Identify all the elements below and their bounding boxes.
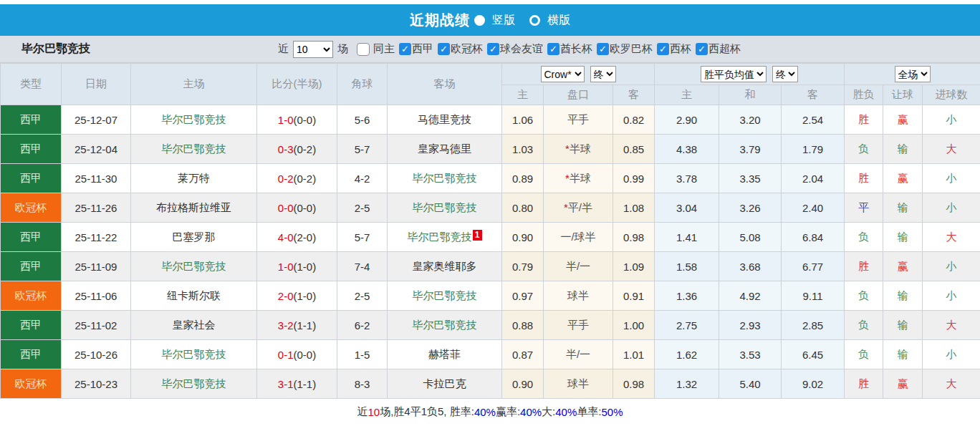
match-result: 胜 — [845, 105, 883, 135]
league-filter[interactable]: ✓西甲 — [395, 42, 433, 56]
ah-home-odds: 0.80 — [502, 193, 544, 223]
ah-away-odds: 1.09 — [613, 252, 655, 281]
away-team-name: 毕尔巴鄂竞技 — [413, 201, 477, 213]
header-corner: 角球 — [337, 64, 388, 105]
results-tbody: 西甲25-12-07毕尔巴鄂竞技1-0(0-0)5-6马德里竞技1.06平手0.… — [1, 105, 980, 399]
checkbox-checked-icon[interactable]: ✓ — [547, 43, 559, 55]
asian-source-select[interactable]: Crow* — [541, 66, 585, 82]
footer-stat-segment: 50% — [601, 406, 623, 418]
asian-time-select[interactable]: 终 — [590, 66, 616, 82]
ah-home-odds: 1.03 — [502, 135, 544, 164]
subheader-ah-home: 主 — [502, 85, 544, 105]
handicap-text: 球半 — [567, 377, 589, 389]
footer-stat-segment: 近 — [357, 405, 368, 419]
handicap-cell: 平手 — [544, 105, 613, 135]
table-row: 西甲25-11-22巴塞罗那4-0(2-0)5-7毕尔巴鄂竞技10.90一/球半… — [1, 223, 980, 252]
fulltime-score: 0-2 — [278, 173, 294, 185]
league-filter[interactable]: ✓球会友谊 — [483, 42, 543, 56]
away-team-cell: 皇家马德里 — [388, 135, 502, 164]
footer-stat-segment: 单率: — [577, 405, 601, 419]
eu-draw-odds: 3.79 — [719, 135, 782, 164]
checkbox-checked-icon[interactable]: ✓ — [399, 43, 411, 55]
horizontal-layout-label[interactable]: 横版 — [547, 13, 570, 28]
subheader-handicap: 盘口 — [544, 85, 613, 105]
checkbox-checked-icon[interactable]: ✓ — [438, 43, 450, 55]
away-team-name: 毕尔巴鄂竞技 — [408, 231, 472, 243]
euro-time-select[interactable]: 终 — [772, 66, 798, 82]
goals-result: 小 — [923, 105, 980, 135]
horizontal-layout-radio[interactable] — [529, 15, 540, 26]
match-date: 25-11-22 — [62, 223, 131, 252]
checkbox-checked-icon[interactable]: ✓ — [487, 43, 499, 55]
handicap-cell: 半/一 — [544, 252, 613, 281]
league-filter[interactable]: ✓西超杯 — [691, 42, 741, 56]
same-home-label[interactable]: 同主 — [373, 42, 395, 56]
away-team-cell: 毕尔巴鄂竞技 — [388, 311, 502, 340]
corner-count: 1-5 — [337, 340, 388, 369]
subheader-handicap-result: 让球 — [883, 85, 923, 105]
league-badge: 欧冠杯 — [1, 193, 62, 223]
eu-home-odds: 3.04 — [655, 193, 719, 223]
checkbox-checked-icon[interactable]: ✓ — [657, 43, 669, 55]
corner-count: 2-5 — [337, 193, 388, 223]
eu-away-odds: 9.02 — [782, 369, 845, 399]
eu-home-odds: 1.41 — [655, 223, 719, 252]
ah-away-odds: 0.98 — [613, 223, 655, 252]
away-team-name: 皇家奥维耶多 — [413, 260, 477, 272]
fulltime-score: 0-3 — [278, 143, 294, 155]
euro-source-select[interactable]: 胜平负均值 — [701, 66, 767, 82]
fulltime-score: 1-0 — [278, 114, 294, 126]
score-cell: 3-1(1-1) — [257, 369, 337, 399]
halftime-score: (1-0) — [294, 261, 317, 273]
subheader-eu-home: 主 — [655, 85, 719, 105]
result-scope-header: 全场 — [845, 64, 980, 85]
eu-home-odds: 1.32 — [655, 369, 719, 399]
score-cell: 0-1(0-0) — [257, 340, 337, 369]
checkbox-checked-icon[interactable]: ✓ — [597, 43, 609, 55]
handicap-result: 输 — [883, 193, 923, 223]
eu-draw-odds: 3.20 — [719, 105, 782, 135]
scope-select[interactable]: 全场 — [895, 66, 931, 82]
eu-away-odds: 6.45 — [782, 340, 845, 369]
match-result: 负 — [845, 340, 883, 369]
header-type: 类型 — [1, 64, 62, 105]
league-filter[interactable]: ✓欧罗巴杯 — [592, 42, 653, 56]
league-filter-label: 西超杯 — [708, 42, 741, 56]
league-badge: 西甲 — [1, 252, 62, 281]
league-filter-label: 酋长杯 — [560, 42, 592, 56]
same-home-checkbox[interactable] — [357, 43, 370, 56]
match-result: 胜 — [845, 252, 883, 281]
match-result: 胜 — [845, 369, 883, 399]
ah-home-odds: 0.89 — [502, 164, 544, 193]
table-row: 欧冠杯25-11-06纽卡斯尔联2-0(1-0)2-5毕尔巴鄂竞技0.97球半0… — [1, 281, 980, 311]
match-date: 25-11-06 — [62, 281, 131, 311]
table-row: 西甲25-11-09毕尔巴鄂竞技1-0(1-0)7-4皇家奥维耶多0.79半/一… — [1, 252, 980, 281]
recent-count-select[interactable]: 10 — [293, 41, 333, 58]
league-filter[interactable]: ✓欧冠杯 — [433, 42, 483, 56]
home-team-cell: 纽卡斯尔联 — [131, 281, 257, 311]
subheader-eu-draw: 和 — [719, 85, 782, 105]
goals-result: 大 — [923, 311, 980, 340]
league-badge: 西甲 — [1, 223, 62, 252]
corner-count: 4-2 — [337, 164, 388, 193]
league-filter[interactable]: ✓西杯 — [653, 42, 691, 56]
vertical-layout-radio[interactable] — [474, 15, 485, 26]
subheader-ah-away: 客 — [613, 85, 655, 105]
away-team-cell: 皇家奥维耶多 — [388, 252, 502, 281]
eu-draw-odds: 3.68 — [719, 252, 782, 281]
home-team-name: 毕尔巴鄂竞技 — [162, 348, 226, 360]
vertical-layout-label[interactable]: 竖版 — [492, 13, 515, 28]
match-date: 25-12-07 — [62, 105, 131, 135]
league-filter[interactable]: ✓酋长杯 — [543, 42, 592, 56]
halftime-score: (2-0) — [294, 231, 317, 243]
league-filter-label: 西杯 — [670, 42, 691, 56]
summary-footer: 近10场,胜4平1负5, 胜率:40% 赢率:40% 大:40% 单率:50% — [0, 399, 980, 425]
checkbox-checked-icon[interactable]: ✓ — [696, 43, 708, 55]
match-result: 负 — [845, 311, 883, 340]
table-row: 欧冠杯25-10-23毕尔巴鄂竞技3-1(1-1)8-3卡拉巴克0.90球半0.… — [1, 369, 980, 399]
header-away: 客场 — [388, 64, 502, 105]
handicap-cell: 球半 — [544, 369, 613, 399]
away-team-cell: 毕尔巴鄂竞技 — [388, 164, 502, 193]
recent-label: 近 — [278, 42, 289, 56]
header-date: 日期 — [62, 64, 131, 105]
